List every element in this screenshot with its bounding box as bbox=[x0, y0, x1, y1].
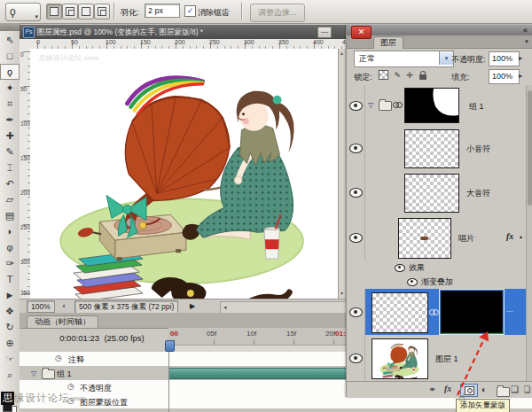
opacity-spinner-icon[interactable]: ▸ bbox=[519, 54, 522, 62]
hand-cursor-icon: ☝ bbox=[458, 391, 466, 404]
collapse-panel-icon[interactable]: « bbox=[523, 26, 528, 35]
eye-icon[interactable] bbox=[349, 354, 363, 363]
playhead[interactable] bbox=[165, 340, 175, 352]
layers-tabbar: 图层 ▼ bbox=[347, 35, 532, 49]
path-select-tool[interactable]: ► bbox=[0, 287, 20, 303]
layer-row-group1[interactable]: ▽ 组 1 bbox=[347, 85, 526, 127]
expand-triangle-icon[interactable]: ▽ bbox=[368, 101, 373, 109]
opacity-value[interactable]: 100% bbox=[489, 51, 520, 66]
ruler-tick: 350 bbox=[278, 39, 289, 45]
gradient-overlay-row[interactable]: 渐变叠加 bbox=[347, 275, 526, 290]
new-selection-button[interactable] bbox=[46, 4, 62, 19]
effects-row[interactable]: 效果 bbox=[347, 260, 526, 276]
record-thumbnail[interactable] bbox=[398, 218, 451, 259]
scroll-up-icon[interactable]: ▴ bbox=[340, 50, 343, 56]
document-titlebar[interactable]: Ps 图层属性.psd @ 100% (变换的左手, 图层蒙版/8) * — bbox=[20, 25, 372, 39]
subtract-selection-icon bbox=[82, 7, 90, 16]
toolbox-grip[interactable]: ··· bbox=[0, 23, 20, 31]
link-layers-icon[interactable]: ⚭ bbox=[428, 385, 435, 394]
eye-icon[interactable] bbox=[349, 233, 363, 243]
hand-tool[interactable]: ☞ bbox=[0, 351, 20, 367]
layers-scrollbar[interactable] bbox=[526, 85, 532, 381]
expand-triangle-icon[interactable]: ▽ bbox=[31, 369, 36, 377]
lock-pixels-icon[interactable]: ✎ bbox=[395, 71, 402, 80]
new-selection-icon bbox=[50, 7, 59, 16]
zoom-level[interactable]: 100% bbox=[27, 300, 55, 313]
type-tool[interactable]: T bbox=[0, 271, 20, 287]
intersect-selection-button[interactable] bbox=[94, 4, 110, 19]
chevron-down-icon: ▾ bbox=[35, 9, 38, 25]
panel-menu-icon[interactable]: ▼ bbox=[524, 39, 529, 44]
brush-tool[interactable]: ✎ bbox=[0, 144, 20, 159]
lasso-tool[interactable]: ϙ bbox=[0, 64, 20, 80]
tab-layers[interactable]: 图层 bbox=[373, 36, 403, 49]
custom-shape-tool[interactable]: ❖ bbox=[0, 303, 20, 319]
selected-layer-thumbnail[interactable] bbox=[372, 292, 428, 333]
blend-mode-select[interactable]: 正常 ▾ bbox=[354, 51, 454, 67]
subtract-selection-button[interactable] bbox=[78, 4, 94, 19]
eyedropper-tool[interactable]: ✒ bbox=[0, 112, 20, 128]
fill-value[interactable]: 100% bbox=[489, 69, 520, 84]
clone-stamp-tool[interactable]: ⌶ bbox=[0, 159, 20, 175]
mask-link-icon[interactable] bbox=[393, 102, 403, 108]
layer-row-big-note[interactable]: 大音符 bbox=[347, 170, 526, 215]
3d-rotate-tool[interactable]: ↻ bbox=[0, 319, 20, 335]
gradient-tool[interactable]: ▤ bbox=[0, 207, 20, 223]
fill-spinner-icon[interactable]: ▸ bbox=[519, 72, 522, 80]
history-brush-tool[interactable]: ↶ bbox=[0, 175, 20, 191]
fx-badge[interactable]: fx bbox=[506, 231, 513, 241]
status-menu-arrow-icon[interactable]: ▶ bbox=[190, 302, 195, 310]
eraser-tool[interactable]: ▱ bbox=[0, 191, 20, 207]
move-tool[interactable]: ⇖ bbox=[0, 32, 20, 48]
healing-brush-tool[interactable]: ✚ bbox=[0, 128, 20, 144]
fx-collapse-icon[interactable]: ▴ bbox=[520, 233, 522, 239]
big-note-thumbnail[interactable] bbox=[404, 174, 459, 213]
lasso-tool-preset[interactable]: ϙ ▾ bbox=[5, 3, 41, 21]
time-tick: 20f bbox=[325, 330, 335, 338]
lock-all-icon[interactable] bbox=[419, 74, 426, 80]
scroll-down-icon[interactable]: ▾ bbox=[340, 290, 343, 296]
lock-transparency-icon[interactable] bbox=[379, 70, 388, 80]
new-layer-icon[interactable]: ❏ bbox=[511, 385, 519, 394]
folder-icon bbox=[42, 369, 55, 379]
scroll-left-icon[interactable]: ◂ bbox=[221, 304, 227, 310]
minimize-button[interactable]: — bbox=[317, 27, 332, 38]
lock-position-icon[interactable]: ✛ bbox=[407, 71, 414, 80]
eye-icon[interactable] bbox=[349, 188, 363, 198]
mask-link-icon[interactable] bbox=[429, 309, 439, 315]
dodge-tool[interactable]: φ bbox=[0, 239, 20, 255]
canvas[interactable]: 思缘设计论坛 www bbox=[30, 49, 339, 299]
eye-icon[interactable] bbox=[395, 264, 405, 272]
tab-animation-timeline[interactable]: 动画（时间轴） bbox=[27, 315, 98, 328]
current-time[interactable]: 0:00:01:23 (25.00 fps) bbox=[37, 333, 167, 343]
stopwatch-icon[interactable]: ◷ bbox=[55, 354, 62, 362]
pen-tool[interactable]: ✑ bbox=[0, 255, 20, 271]
group1-mask-thumbnail[interactable] bbox=[404, 88, 459, 123]
layer-row-small-note[interactable]: 小音符 bbox=[347, 126, 526, 171]
eye-icon[interactable] bbox=[349, 307, 363, 317]
horizontal-scrollbar[interactable]: ◂ bbox=[220, 301, 365, 314]
refine-edge-button[interactable]: 调整边缘... bbox=[250, 4, 305, 22]
crop-tool[interactable]: ⌗ bbox=[0, 96, 20, 112]
close-button[interactable]: ✕ bbox=[351, 26, 372, 39]
layer1-thumbnail[interactable] bbox=[372, 338, 428, 379]
blur-tool[interactable]: ◗ bbox=[0, 223, 20, 239]
ruler-tick: 150 bbox=[20, 155, 30, 161]
layer-row-record[interactable]: 唱片 fx ▴ bbox=[347, 214, 526, 261]
ruler-tick: 350 bbox=[20, 290, 30, 296]
delete-layer-icon[interactable]: ❏ bbox=[524, 385, 530, 394]
antialias-checkbox[interactable]: ✓ bbox=[184, 5, 196, 17]
eye-icon[interactable] bbox=[349, 101, 363, 111]
eye-icon[interactable] bbox=[349, 144, 363, 153]
ruler-tick: 300 bbox=[20, 259, 30, 265]
small-note-thumbnail[interactable] bbox=[404, 129, 459, 168]
marquee-tool[interactable]: □ bbox=[0, 48, 20, 64]
zoom-tool[interactable]: ⌕ bbox=[0, 367, 20, 383]
ruler-tick: 100 bbox=[20, 120, 30, 127]
3d-orbit-tool[interactable]: ⊕ bbox=[0, 335, 20, 351]
quick-select-tool[interactable]: ✦ bbox=[0, 80, 20, 96]
add-to-selection-button[interactable] bbox=[62, 4, 78, 19]
eye-icon[interactable] bbox=[407, 278, 418, 286]
feather-input[interactable]: 2 px bbox=[145, 4, 180, 18]
stopwatch-icon[interactable]: ◷ bbox=[67, 382, 74, 391]
